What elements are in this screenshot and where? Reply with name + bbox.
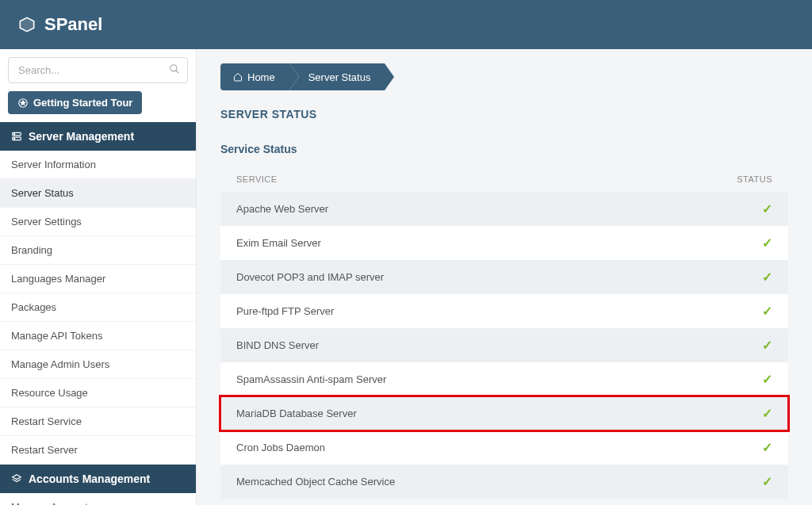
app-header: SPanel bbox=[0, 0, 812, 49]
service-name: Memcached Object Cache Service bbox=[236, 476, 709, 488]
nav-item-server-settings[interactable]: Server Settings bbox=[0, 208, 196, 236]
service-name: Exim Email Server bbox=[236, 237, 709, 249]
service-status: ✓ bbox=[709, 235, 772, 251]
main-content: Home Server Status SERVER STATUS Service… bbox=[197, 49, 812, 505]
nav-server-items: Server Information Server Status Server … bbox=[0, 151, 196, 465]
service-status: ✓ bbox=[709, 440, 772, 455]
getting-started-button[interactable]: Getting Started Tour bbox=[8, 91, 142, 114]
section-title: Service Status bbox=[220, 143, 788, 155]
service-status: ✓ bbox=[709, 338, 772, 353]
check-icon: ✓ bbox=[762, 201, 772, 216]
breadcrumb-current[interactable]: Server Status bbox=[289, 63, 385, 90]
page-title: SERVER STATUS bbox=[220, 108, 788, 121]
nav-item-resource-usage[interactable]: Resource Usage bbox=[0, 379, 196, 407]
service-row: BIND DNS Server✓ bbox=[220, 328, 788, 362]
service-name: Pure-ftpd FTP Server bbox=[236, 305, 709, 317]
check-icon: ✓ bbox=[762, 372, 772, 387]
col-status-header: STATUS bbox=[709, 174, 772, 184]
check-icon: ✓ bbox=[762, 338, 772, 353]
service-list: Apache Web Server✓Exim Email Server✓Dove… bbox=[220, 192, 788, 499]
service-status: ✓ bbox=[709, 372, 772, 387]
layers-icon bbox=[11, 473, 22, 484]
service-status: ✓ bbox=[709, 270, 772, 285]
app-name: SPanel bbox=[44, 14, 102, 35]
tour-label: Getting Started Tour bbox=[33, 97, 132, 109]
nav-item-restart-server[interactable]: Restart Server bbox=[0, 436, 196, 465]
nav-item-restart-service[interactable]: Restart Service bbox=[0, 407, 196, 436]
breadcrumb-home-label: Home bbox=[247, 71, 275, 83]
breadcrumb-home[interactable]: Home bbox=[220, 63, 289, 90]
svg-line-1 bbox=[176, 70, 179, 73]
breadcrumb: Home Server Status bbox=[220, 63, 788, 90]
service-status: ✓ bbox=[709, 406, 772, 421]
service-name: Dovecot POP3 and IMAP server bbox=[236, 271, 709, 283]
service-status: ✓ bbox=[709, 474, 772, 489]
service-name: Apache Web Server bbox=[236, 203, 709, 215]
service-row: Apache Web Server✓ bbox=[220, 192, 788, 226]
nav-section-accounts-title: Accounts Management bbox=[29, 472, 150, 485]
logo-icon bbox=[16, 13, 38, 36]
server-icon bbox=[11, 131, 22, 142]
star-icon bbox=[17, 98, 29, 109]
check-icon: ✓ bbox=[762, 304, 772, 319]
nav-item-packages[interactable]: Packages bbox=[0, 293, 196, 322]
service-row: MariaDB Database Server✓ bbox=[220, 396, 788, 430]
col-service-header: SERVICE bbox=[236, 174, 709, 184]
app-logo[interactable]: SPanel bbox=[16, 13, 102, 36]
nav-item-manage-accounts[interactable]: Manage Accounts bbox=[0, 493, 196, 505]
check-icon: ✓ bbox=[762, 440, 772, 455]
service-row: Exim Email Server✓ bbox=[220, 226, 788, 260]
search-input[interactable] bbox=[8, 57, 188, 83]
sidebar: Getting Started Tour Server Management S… bbox=[0, 49, 197, 505]
service-row: Pure-ftpd FTP Server✓ bbox=[220, 294, 788, 328]
search-icon[interactable] bbox=[169, 63, 180, 78]
check-icon: ✓ bbox=[762, 474, 772, 489]
nav-item-manage-admin-users[interactable]: Manage Admin Users bbox=[0, 350, 196, 379]
check-icon: ✓ bbox=[762, 270, 772, 285]
svg-point-5 bbox=[14, 134, 15, 135]
nav-item-branding[interactable]: Branding bbox=[0, 236, 196, 265]
service-row: Cron Jobs Daemon✓ bbox=[220, 430, 788, 465]
nav-section-server[interactable]: Server Management bbox=[0, 122, 196, 151]
service-name: Cron Jobs Daemon bbox=[236, 442, 709, 453]
service-row: Dovecot POP3 and IMAP server✓ bbox=[220, 260, 788, 294]
nav-item-manage-api-tokens[interactable]: Manage API Tokens bbox=[0, 322, 196, 350]
home-icon bbox=[233, 72, 243, 82]
service-name: BIND DNS Server bbox=[236, 339, 709, 351]
nav-item-server-status[interactable]: Server Status bbox=[0, 179, 196, 208]
nav-item-languages-manager[interactable]: Languages Manager bbox=[0, 265, 196, 293]
check-icon: ✓ bbox=[762, 406, 772, 421]
service-status: ✓ bbox=[709, 304, 772, 319]
service-name: SpamAssassin Anti-spam Server bbox=[236, 373, 709, 385]
breadcrumb-current-label: Server Status bbox=[308, 71, 371, 83]
nav-section-accounts[interactable]: Accounts Management bbox=[0, 465, 196, 493]
service-status: ✓ bbox=[709, 201, 772, 216]
nav-item-server-information[interactable]: Server Information bbox=[0, 151, 196, 179]
check-icon: ✓ bbox=[762, 235, 772, 251]
nav-accounts-items: Manage Accounts Create a New Account bbox=[0, 493, 196, 505]
table-header: SERVICE STATUS bbox=[220, 166, 788, 192]
svg-point-6 bbox=[14, 138, 15, 139]
search-box bbox=[8, 57, 188, 83]
nav-section-server-title: Server Management bbox=[29, 130, 134, 143]
service-row: Memcached Object Cache Service✓ bbox=[220, 465, 788, 499]
svg-point-0 bbox=[170, 64, 177, 71]
service-name: MariaDB Database Server bbox=[236, 407, 709, 419]
service-row: SpamAssassin Anti-spam Server✓ bbox=[220, 362, 788, 396]
